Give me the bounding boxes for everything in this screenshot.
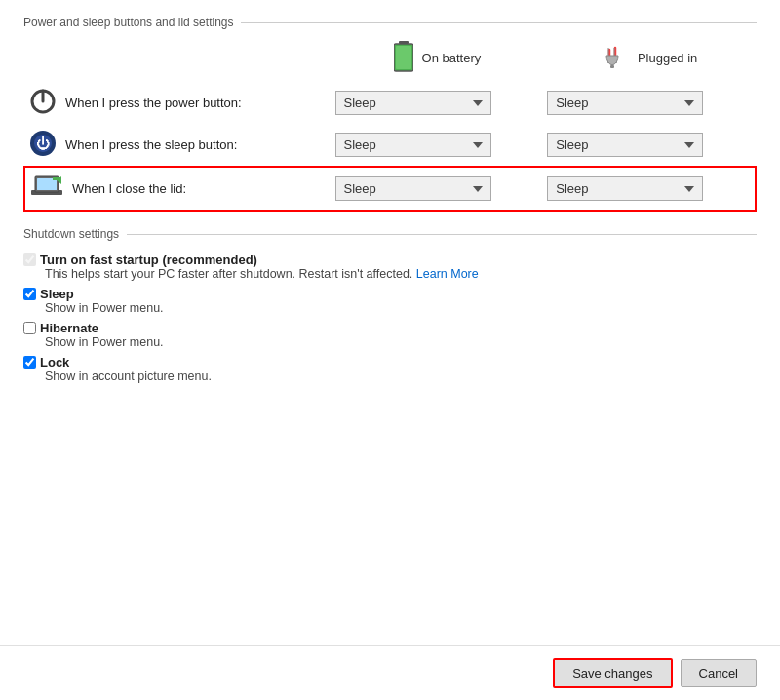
sleep-button-icon: ⏻ [28, 129, 58, 161]
lid-battery-select[interactable]: SleepDo nothingHibernateShut downTurn of… [335, 176, 491, 201]
battery-label: On battery [422, 51, 482, 65]
save-changes-button[interactable]: Save changes [553, 658, 672, 688]
lid-plugged-cell: SleepDo nothingHibernateShut downTurn of… [543, 167, 756, 211]
shutdown-item-sleep: SleepShow in Power menu. [23, 287, 757, 315]
hibernate-description: Show in Power menu. [45, 335, 757, 349]
sleep-button-icon: ⏻ [28, 129, 58, 158]
lid-icon [29, 173, 64, 202]
sleep-checkbox[interactable] [23, 288, 36, 300]
power-button-icon [28, 87, 58, 119]
sleep-description: Show in Power menu. [45, 301, 757, 315]
shutdown-items-list: Turn on fast startup (recommended)This h… [23, 253, 757, 383]
sleep-button-label-text: When I press the sleep button: [65, 137, 237, 152]
power-button-label-text: When I press the power button: [65, 96, 242, 110]
power-section-title: Power and sleep buttons and lid settings [23, 16, 233, 29]
footer: Save changes Cancel [0, 645, 780, 700]
sleep-button-battery-select[interactable]: SleepDo nothingHibernateShut downTurn of… [335, 133, 491, 157]
sleep-button-label-cell: ⏻ When I press the sleep button: [24, 124, 332, 167]
power-button-label-cell: When I press the power button: [24, 82, 332, 124]
power-button-icon [28, 87, 58, 116]
lock-label: Lock [40, 355, 69, 369]
lid-label-cell: When I close the lid: [24, 167, 332, 211]
svg-rect-17 [53, 177, 61, 180]
shutdown-item-hibernate: HibernateShow in Power menu. [23, 321, 757, 349]
lock-checkbox[interactable] [23, 356, 36, 369]
shutdown-item-lock: LockShow in account picture menu. [23, 355, 757, 383]
lid-battery-cell: SleepDo nothingHibernateShut downTurn of… [332, 167, 544, 211]
battery-icon [394, 41, 413, 74]
shutdown-item-fast-startup: Turn on fast startup (recommended)This h… [23, 253, 757, 281]
sleep-button-plugged-select[interactable]: SleepDo nothingHibernateShut downTurn of… [547, 133, 703, 157]
cancel-button[interactable]: Cancel [681, 659, 757, 687]
plugged-column-header: Plugged in [543, 41, 756, 82]
power-button-plugged-select[interactable]: SleepDo nothingHibernateShut downTurn of… [547, 91, 703, 115]
svg-rect-2 [396, 46, 411, 69]
svg-text:⏻: ⏻ [36, 136, 50, 151]
plug-icon [602, 46, 629, 69]
lid-label-text: When I close the lid: [72, 181, 186, 196]
svg-rect-7 [610, 65, 614, 68]
power-row-power-button: When I press the power button: SleepDo n… [24, 82, 756, 124]
power-button-battery-cell: SleepDo nothingHibernateShut downTurn of… [332, 82, 544, 124]
sleep-checkbox-wrapper: Sleep [23, 287, 74, 301]
sleep-label: Sleep [40, 287, 74, 301]
fast-startup-checkbox [23, 253, 36, 266]
power-section-header: Power and sleep buttons and lid settings [23, 16, 757, 29]
fast-startup-description: This helps start your PC faster after sh… [45, 267, 757, 281]
battery-column-header: On battery [332, 41, 544, 82]
lock-checkbox-wrapper: Lock [23, 355, 69, 369]
main-content: Power and sleep buttons and lid settings [0, 0, 780, 645]
lid-icon [29, 173, 64, 205]
sleep-button-plugged-cell: SleepDo nothingHibernateShut downTurn of… [543, 124, 756, 167]
hibernate-label: Hibernate [40, 321, 98, 335]
power-row-lid: When I close the lid: SleepDo nothingHib… [24, 167, 756, 211]
shutdown-section: Shutdown settings Turn on fast startup (… [23, 227, 757, 383]
fast-startup-learn-more-link[interactable]: Learn More [416, 267, 479, 281]
sleep-button-battery-cell: SleepDo nothingHibernateShut downTurn of… [332, 124, 544, 167]
fast-startup-checkbox-wrapper: Turn on fast startup (recommended) [23, 253, 257, 267]
power-button-plugged-cell: SleepDo nothingHibernateShut downTurn of… [543, 82, 756, 124]
hibernate-checkbox-wrapper: Hibernate [23, 321, 98, 335]
lid-plugged-select[interactable]: SleepDo nothingHibernateShut downTurn of… [547, 176, 703, 201]
power-settings-table: On battery [23, 41, 757, 212]
power-button-battery-select[interactable]: SleepDo nothingHibernateShut downTurn of… [335, 91, 491, 115]
hibernate-checkbox[interactable] [23, 322, 36, 334]
fast-startup-label: Turn on fast startup (recommended) [40, 253, 257, 267]
shutdown-section-header: Shutdown settings [23, 227, 757, 241]
shutdown-section-title: Shutdown settings [23, 227, 119, 241]
plugged-label: Plugged in [638, 51, 697, 65]
lock-description: Show in account picture menu. [45, 369, 757, 383]
power-row-sleep-button: ⏻ When I press the sleep button: SleepDo… [24, 124, 756, 167]
